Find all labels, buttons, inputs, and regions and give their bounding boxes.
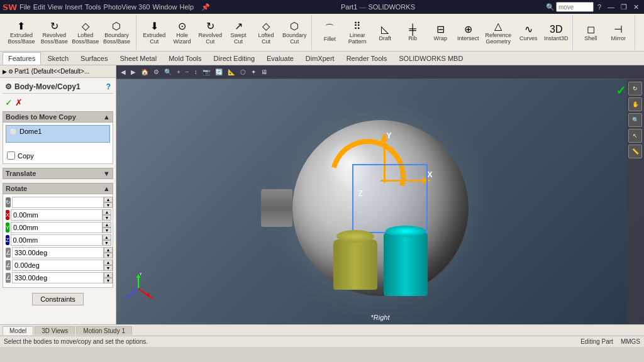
- rotate-ref-down[interactable]: ▼: [104, 202, 113, 208]
- title-tools-menu[interactable]: Tools: [85, 3, 101, 11]
- sec-zoom-in-button[interactable]: +: [175, 68, 182, 76]
- intersect-button[interactable]: ⊕ Intersect: [455, 22, 480, 43]
- boundary-cut-button[interactable]: ⬡ Boundary Cut: [281, 19, 308, 46]
- sec-search-button[interactable]: 🔍: [162, 68, 174, 76]
- bodies-section-header[interactable]: Bodies to Move Copy ▲: [3, 111, 113, 123]
- rotate-z-up[interactable]: ▲: [103, 234, 111, 240]
- title-edit-menu[interactable]: Edit: [33, 3, 45, 11]
- rotate-y-up[interactable]: ▲: [103, 222, 111, 228]
- title-view-menu[interactable]: View: [48, 3, 63, 11]
- vp-select-btn[interactable]: ↖: [628, 129, 642, 143]
- sec-home-button[interactable]: 🏠: [139, 68, 150, 76]
- tab-render-tools[interactable]: Render Tools: [341, 52, 393, 64]
- angle-y-down[interactable]: ▼: [104, 265, 113, 271]
- close-button[interactable]: ✕: [631, 3, 641, 11]
- sec-rotate-button[interactable]: 🔄: [213, 68, 225, 76]
- tab-direct-editing[interactable]: Direct Editing: [208, 52, 260, 64]
- rotate-y-down[interactable]: ▼: [103, 228, 111, 233]
- rotate-z-input[interactable]: 0.00mm: [11, 234, 103, 246]
- swept-cut-button[interactable]: ↗ Swept Cut: [226, 19, 251, 46]
- extruded-cut-button[interactable]: ⬇ Extruded Cut: [142, 19, 167, 46]
- hole-wizard-button[interactable]: ⊙ Hole Wizard: [170, 19, 195, 46]
- sec-monitor-button[interactable]: 🖥: [259, 68, 269, 76]
- title-photoview-menu[interactable]: PhotoView 360: [104, 3, 150, 11]
- angle-z-up[interactable]: ▲: [104, 272, 113, 278]
- tab-solidworks-mbd[interactable]: SOLIDWORKS MBD: [393, 52, 469, 64]
- title-insert-menu[interactable]: Insert: [65, 3, 82, 11]
- tab-motion-study[interactable]: Motion Study 1: [76, 326, 132, 335]
- tab-surfaces[interactable]: Surfaces: [75, 52, 113, 64]
- viewport[interactable]: ◀ ▶ 🏠 ⚙ 🔍 + − ↕ 📷 🔄 📐 ⬡ ✦ 🖥: [116, 65, 644, 324]
- instant3d-button[interactable]: 3D Instant3D: [543, 23, 569, 43]
- wrap-button[interactable]: ⊟ Wrap: [428, 22, 453, 43]
- angle-z-down[interactable]: ▼: [104, 278, 113, 283]
- draft-button[interactable]: ◺ Draft: [372, 22, 397, 43]
- angle-x-input[interactable]: [12, 247, 104, 258]
- rotate-z-down[interactable]: ▼: [103, 240, 111, 246]
- sec-measure-button[interactable]: 📐: [226, 68, 237, 76]
- tab-model[interactable]: Model: [3, 326, 33, 335]
- title-help-menu[interactable]: Help: [180, 3, 194, 11]
- minimize-button[interactable]: —: [605, 3, 617, 11]
- tab-3d-views[interactable]: 3D Views: [35, 326, 75, 335]
- sec-settings-button[interactable]: ⚙: [152, 68, 161, 76]
- sec-camera-button[interactable]: 📷: [201, 68, 212, 76]
- rotate-section-header[interactable]: Rotate ▲: [3, 183, 113, 194]
- search-input[interactable]: [556, 2, 594, 12]
- vp-rotate-btn[interactable]: ↻: [628, 82, 642, 96]
- vp-measure-btn[interactable]: 📏: [628, 145, 642, 158]
- help-button[interactable]: ?: [595, 3, 604, 11]
- rotate-x-up[interactable]: ▲: [103, 209, 111, 215]
- vp-zoom-btn[interactable]: 🔍: [628, 113, 642, 127]
- sec-display-button[interactable]: ⬡: [238, 68, 248, 76]
- vp-pan-btn[interactable]: ✋: [628, 97, 642, 111]
- sec-fit-button[interactable]: ↕: [192, 68, 199, 76]
- curves-button[interactable]: ∿ Curves: [516, 22, 541, 43]
- rotate-x-input[interactable]: 0.00mm: [11, 209, 103, 221]
- restore-button[interactable]: ❐: [618, 3, 630, 11]
- rotate-ref-input[interactable]: [12, 197, 104, 208]
- rotate-x-down[interactable]: ▼: [103, 215, 111, 221]
- sec-forward-button[interactable]: ▶: [129, 68, 138, 76]
- rotate-y-input[interactable]: 0.00mm: [11, 222, 103, 233]
- viewport-ok-button[interactable]: ✓: [616, 83, 626, 98]
- boundary-boss-base-button[interactable]: ⬡ Boundary Boss/Base: [101, 19, 132, 46]
- tab-features[interactable]: Features: [3, 52, 41, 65]
- angle-z-input[interactable]: [12, 272, 104, 283]
- sec-appearance-button[interactable]: ✦: [249, 68, 258, 76]
- angle-y-input[interactable]: [12, 260, 104, 271]
- tab-dimxpert[interactable]: DimXpert: [300, 52, 340, 64]
- translate-section-header[interactable]: Translate ▼: [3, 168, 113, 179]
- rotate-ref-up[interactable]: ▲: [104, 197, 113, 202]
- revolved-cut-button[interactable]: ↻ Revolved Cut: [197, 19, 223, 46]
- fillet-button[interactable]: ⌒ Fillet: [317, 21, 342, 43]
- copy-checkbox[interactable]: [7, 151, 15, 160]
- angle-y-up[interactable]: ▲: [104, 260, 113, 265]
- mirror-button[interactable]: ⊣ Mirror: [606, 22, 631, 43]
- tab-mold-tools[interactable]: Mold Tools: [163, 52, 207, 64]
- tab-sketch[interactable]: Sketch: [42, 52, 74, 64]
- angle-x-down[interactable]: ▼: [104, 253, 113, 258]
- lofted-boss-base-button[interactable]: ◇ Lofted Boss/Base: [72, 19, 99, 46]
- pm-help-icon[interactable]: ?: [106, 82, 111, 91]
- pm-ok-button[interactable]: ✓: [5, 97, 13, 107]
- angle-x-up[interactable]: ▲: [104, 247, 113, 253]
- revolved-boss-base-button[interactable]: ↻ Revolved Boss/Base: [39, 19, 70, 46]
- tab-sheet-metal[interactable]: Sheet Metal: [114, 52, 162, 64]
- pm-cancel-button[interactable]: ✗: [15, 97, 23, 107]
- extruded-boss-base-button[interactable]: ⬆ Extruded Boss/Base: [6, 19, 36, 46]
- tab-evaluate[interactable]: Evaluate: [261, 52, 299, 64]
- reference-geometry-button[interactable]: △ Reference Geometry: [483, 19, 513, 46]
- shell-button[interactable]: ◻ Shell: [578, 22, 603, 43]
- loft-cut-icon: ◇: [262, 20, 270, 32]
- sec-back-button[interactable]: ◀: [119, 68, 128, 76]
- title-file-menu[interactable]: File: [19, 3, 31, 11]
- normal-to-button[interactable]: ↑□ Normal To: [640, 19, 644, 46]
- body-list-box[interactable]: ⚪ Dome1: [6, 125, 110, 143]
- constraints-button[interactable]: Constraints: [32, 293, 84, 305]
- sec-zoom-out-button[interactable]: −: [184, 68, 191, 76]
- title-window-menu[interactable]: Window: [152, 3, 177, 11]
- rib-button[interactable]: ╪ Rib: [400, 23, 425, 43]
- linear-pattern-button[interactable]: ⠿ Linear Pattern: [345, 19, 370, 46]
- lofted-cut-button[interactable]: ◇ Lofted Cut: [253, 19, 279, 46]
